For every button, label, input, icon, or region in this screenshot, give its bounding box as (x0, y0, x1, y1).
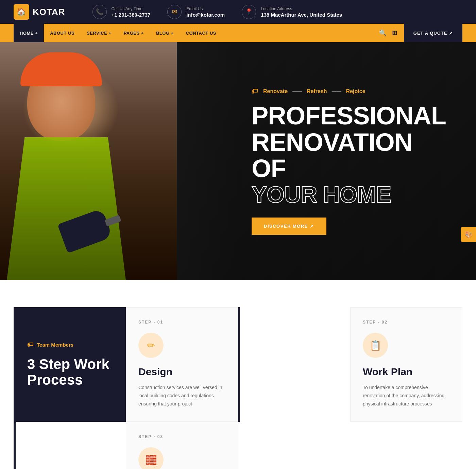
steps-label: 🏷 Team Members (27, 341, 112, 348)
steps-title-line2: Process (27, 372, 83, 388)
nav-icons: 🔍 ⊞ (379, 29, 397, 37)
contact-email: ✉ Email Us: info@kotar.com (167, 5, 225, 19)
get-quote-button[interactable]: GET A QUOTE ↗ (404, 24, 462, 42)
step-card-2: STEP - 02 📋 Work Plan To undertake a com… (350, 307, 462, 422)
logo[interactable]: 🏠 KOTAR (14, 4, 65, 20)
step-1-desc: Construction services are well versed in… (138, 384, 225, 408)
workplan-icon: 📋 (370, 340, 381, 351)
top-bar: 🏠 KOTAR 📞 Call Us Any Time: +1 201-380-2… (0, 0, 476, 24)
nav-about[interactable]: ABOUT US (44, 24, 81, 42)
step-1-icon-circle: ✏ (138, 333, 164, 358)
worker-helmet (20, 52, 102, 86)
step-card-1: STEP - 01 ✏ Design Construction services… (126, 307, 238, 422)
steps-intro: 🏷 Team Members 3 Step Work Process (14, 307, 126, 422)
navbar: HOME + ABOUT US SERVICE + PAGES + BLOG +… (0, 24, 476, 42)
nav-home[interactable]: HOME + (14, 24, 44, 42)
phone-value: +1 201-380-2737 (112, 12, 151, 18)
tagline-renovate: Renovate (263, 88, 288, 94)
grid-icon[interactable]: ⊞ (392, 29, 397, 37)
design-icon: ✏ (147, 340, 155, 351)
steps-label-text: Team Members (37, 342, 73, 348)
nav-contact[interactable]: CONTACT US (180, 24, 222, 42)
location-icon: 📍 (242, 5, 256, 19)
steps-section: 🏷 Team Members 3 Step Work Process STEP … (0, 280, 476, 469)
contact-location: 📍 Location Address: 138 MacArthur Ave, U… (242, 5, 342, 19)
hero-title-line3: YOUR HOME (252, 182, 449, 207)
tagline-rejoice: Rejoice (346, 88, 366, 94)
step-3-number: STEP - 03 (138, 434, 225, 439)
discover-more-button[interactable]: DISCOVER MORE ↗ (252, 218, 326, 235)
location-value: 138 MacArthur Ave, United States (261, 12, 342, 18)
phone-label: Call Us Any Time: (112, 6, 151, 11)
step-2-number: STEP - 02 (363, 320, 450, 325)
hero-title-line1: PROFESSIONAL (252, 103, 449, 129)
right-float-button[interactable]: 🎨 (461, 227, 476, 242)
hero-worker-image (0, 42, 177, 280)
steps-grid: 🏷 Team Members 3 Step Work Process STEP … (14, 307, 462, 469)
step-1-name: Design (138, 366, 225, 378)
step-2-desc: To undertake a comprehensive renovation … (363, 384, 450, 408)
nav-pages[interactable]: PAGES + (118, 24, 150, 42)
contact-items: 📞 Call Us Any Time: +1 201-380-2737 ✉ Em… (92, 5, 342, 19)
build-icon: 🧱 (145, 454, 157, 466)
nav-items: HOME + ABOUT US SERVICE + PAGES + BLOG +… (14, 24, 379, 42)
hero-tagline: 🏷 Renovate —— Refresh —— Rejoice (252, 87, 449, 95)
step-2-name: Work Plan (363, 366, 450, 378)
nav-blog[interactable]: BLOG + (150, 24, 180, 42)
hero-content: 🏷 Renovate —— Refresh —— Rejoice PROFESS… (252, 87, 449, 235)
hero-section: 🏷 Renovate —— Refresh —— Rejoice PROFESS… (0, 42, 476, 280)
tagline-divider-2: —— (332, 89, 341, 94)
worker-vest (7, 137, 126, 280)
steps-label-icon: 🏷 (27, 341, 33, 348)
logo-name: KOTAR (33, 7, 65, 17)
step-2-icon-circle: 📋 (363, 333, 388, 358)
tagline-icon: 🏷 (252, 87, 258, 95)
search-icon[interactable]: 🔍 (379, 29, 387, 37)
location-label: Location Address: (261, 6, 342, 11)
email-label: Email Us: (186, 6, 225, 11)
step-3-icon-circle: 🧱 (138, 447, 164, 469)
steps-title: 3 Step Work Process (27, 357, 112, 388)
phone-icon: 📞 (92, 5, 107, 19)
step-1-number: STEP - 01 (138, 320, 225, 325)
logo-icon: 🏠 (14, 4, 29, 20)
hero-title-line2: RENOVATION OF (252, 129, 449, 182)
step-card-3: STEP - 03 🧱 Build In the ever-evolving l… (126, 422, 238, 469)
step-divider-1 (238, 307, 240, 422)
contact-phone: 📞 Call Us Any Time: +1 201-380-2737 (92, 5, 151, 19)
email-value: info@kotar.com (186, 12, 225, 18)
email-icon: ✉ (167, 5, 182, 19)
step-divider-2 (14, 422, 16, 469)
tagline-divider-1: —— (292, 89, 302, 94)
nav-service[interactable]: SERVICE + (81, 24, 118, 42)
tagline-refresh: Refresh (307, 88, 327, 94)
steps-title-line1: 3 Step Work (27, 356, 109, 372)
